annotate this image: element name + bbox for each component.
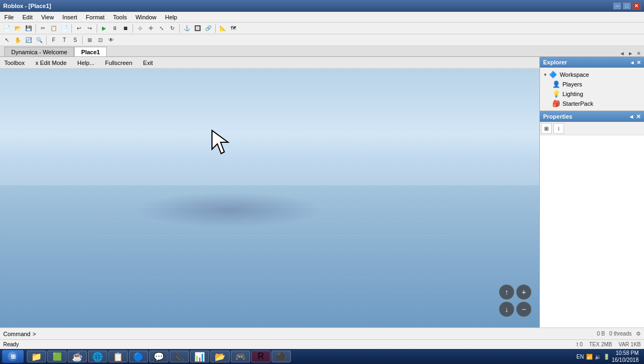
tab-welcome[interactable]: Dynamica - Welcome xyxy=(4,47,74,56)
tb-new[interactable]: 📄 xyxy=(2,24,12,33)
tb-rotate[interactable]: ↻ xyxy=(167,24,177,33)
tb2-snap2[interactable]: ⊡ xyxy=(96,35,105,45)
tb-terrain[interactable]: 🗺 xyxy=(229,24,238,33)
explorer-item-lighting[interactable]: 💡 Lighting xyxy=(548,89,644,99)
properties-content xyxy=(540,135,644,327)
tb-move[interactable]: ✛ xyxy=(146,24,156,33)
tb2-zoom[interactable]: 🔍 xyxy=(34,35,44,45)
explorer-item-players[interactable]: 👤 Players xyxy=(548,79,644,89)
tb-stop[interactable]: ⏹ xyxy=(121,24,130,33)
nav-up-btn[interactable]: ↑ xyxy=(499,285,514,300)
tb2-top[interactable]: T xyxy=(60,35,69,45)
status-tex: TEX 2MB xyxy=(589,341,612,347)
vp-help-btn[interactable]: Help... xyxy=(77,60,94,66)
tb-open[interactable]: 📂 xyxy=(13,24,23,33)
tray-battery-icon[interactable]: 🔋 xyxy=(603,354,610,360)
taskbar-app-globe[interactable]: 🌐 xyxy=(88,351,107,362)
start-button[interactable]: ⊞ xyxy=(2,350,24,363)
tray-network-icon[interactable]: 📶 xyxy=(586,354,592,360)
explorer-pin-btn[interactable]: ◄ xyxy=(630,60,635,65)
tb-cut[interactable]: ✂ xyxy=(38,24,48,33)
clock-time: 10:58 PM xyxy=(612,350,639,356)
tb2-orbit[interactable]: 🔃 xyxy=(24,35,33,45)
start-orb: ⊞ xyxy=(8,351,18,362)
tb-join[interactable]: 🔗 xyxy=(203,24,213,33)
properties-close-btn[interactable]: ✕ xyxy=(636,113,641,120)
tb2-pan[interactable]: ✋ xyxy=(13,35,23,45)
nav-zoomin-btn[interactable]: + xyxy=(516,285,531,300)
tab-prev-btn[interactable]: ◄ xyxy=(618,50,626,56)
tab-close-btn[interactable]: ✕ xyxy=(635,50,642,56)
menu-file[interactable]: File xyxy=(0,13,18,21)
tab-next-btn[interactable]: ► xyxy=(627,50,634,56)
vp-exit-btn[interactable]: Exit xyxy=(143,60,153,66)
menu-edit[interactable]: Edit xyxy=(18,13,37,21)
viewport-3d[interactable]: ↑ + ↓ − xyxy=(0,69,539,327)
tb2-vis[interactable]: 👁 xyxy=(106,35,116,45)
nav-row-2: ↓ − xyxy=(499,302,531,317)
menu-bar: File Edit View Insert Format Tools Windo… xyxy=(0,12,644,23)
command-settings-icon[interactable]: ⚙ xyxy=(636,331,641,337)
taskbar-app-folder[interactable]: 📂 xyxy=(210,351,230,362)
maximize-button[interactable]: □ xyxy=(623,2,631,10)
tb-collision[interactable]: 🔲 xyxy=(193,24,202,33)
svg-marker-0 xyxy=(212,130,228,154)
tb-play[interactable]: ▶ xyxy=(99,24,109,33)
taskbar-app-game[interactable]: 🎮 xyxy=(231,351,250,362)
menu-view[interactable]: View xyxy=(37,13,58,21)
menu-tools[interactable]: Tools xyxy=(109,13,131,21)
taskbar-app-browser[interactable]: 🔵 xyxy=(129,351,148,362)
tb-sep-1 xyxy=(35,24,36,33)
taskbar-app-discord[interactable]: 💬 xyxy=(149,351,169,362)
menu-help[interactable]: Help xyxy=(161,13,182,21)
minimize-button[interactable]: ─ xyxy=(613,2,621,10)
nav-buttons: ↑ + ↓ − xyxy=(499,285,531,317)
tab-place1[interactable]: Place1 xyxy=(74,47,107,56)
taskbar-app-explorer[interactable]: 📁 xyxy=(27,351,46,362)
prop-sort-btn[interactable]: ↕ xyxy=(553,123,564,134)
properties-pin-btn[interactable]: ◄ xyxy=(628,113,634,120)
tb-anchor[interactable]: ⚓ xyxy=(182,24,192,33)
menu-window[interactable]: Window xyxy=(131,13,160,21)
nav-down-btn[interactable]: ↓ xyxy=(499,302,514,317)
menu-format[interactable]: Format xyxy=(82,13,109,21)
vp-fullscreen-btn[interactable]: Fullscreen xyxy=(105,60,133,66)
tb2-grid[interactable]: ⊞ xyxy=(85,35,94,45)
nav-zoomout-btn[interactable]: − xyxy=(516,302,531,317)
tab-controls: ◄ ► ✕ xyxy=(618,50,644,56)
close-button[interactable]: ✕ xyxy=(632,2,641,10)
tb-redo[interactable]: ↪ xyxy=(85,24,94,33)
vp-editmode-btn[interactable]: x Edit Mode xyxy=(35,60,67,66)
tray-sound-icon[interactable]: 🔉 xyxy=(595,354,601,360)
menu-insert[interactable]: Insert xyxy=(58,13,82,21)
tb-paste[interactable]: 📄 xyxy=(60,24,69,33)
nav-row-1: ↑ + xyxy=(499,285,531,300)
tb-copy[interactable]: 📋 xyxy=(49,24,58,33)
tb-undo[interactable]: ↩ xyxy=(74,24,84,33)
tb2-side[interactable]: S xyxy=(70,35,80,45)
explorer-close-btn[interactable]: ✕ xyxy=(636,60,641,65)
explorer-item-workspace[interactable]: ▼ 🔷 Workspace xyxy=(540,70,644,79)
command-input[interactable] xyxy=(38,331,597,337)
taskbar-app-chart[interactable]: 📊 xyxy=(190,351,209,362)
tb2-arrow[interactable]: ↖ xyxy=(2,35,12,45)
tb-save[interactable]: 💾 xyxy=(24,24,33,33)
taskbar-app-minecraft[interactable]: 🟩 xyxy=(47,351,67,362)
tb-scale[interactable]: ⤡ xyxy=(157,24,166,33)
taskbar-app-obs[interactable]: ⚫ xyxy=(272,351,291,362)
prop-grid-btn[interactable]: ⊞ xyxy=(541,123,552,134)
properties-header: Properties ◄ ✕ xyxy=(540,111,644,122)
explorer-item-starterpack[interactable]: 🎒 StarterPack xyxy=(548,99,644,108)
properties-title: Properties xyxy=(543,113,572,120)
command-right: 0 B 0 threads ⚙ xyxy=(597,331,641,337)
tb-select[interactable]: ⊹ xyxy=(135,24,145,33)
explorer-title: Explorer xyxy=(543,59,567,65)
taskbar-app-roblox[interactable]: R xyxy=(251,351,270,362)
vp-toolbox-btn[interactable]: Toolbox xyxy=(4,60,25,66)
taskbar-app-filezilla[interactable]: 📋 xyxy=(108,351,128,362)
taskbar-app-java[interactable]: ☕ xyxy=(68,351,87,362)
tb-snap[interactable]: 📐 xyxy=(218,24,228,33)
tb2-front[interactable]: F xyxy=(49,35,58,45)
tb-pause[interactable]: ⏸ xyxy=(110,24,120,33)
taskbar-app-skype[interactable]: 📞 xyxy=(170,351,189,362)
